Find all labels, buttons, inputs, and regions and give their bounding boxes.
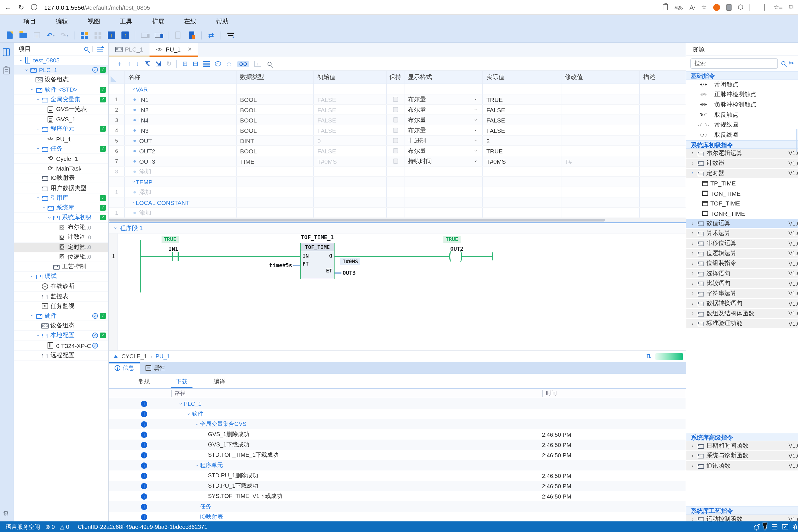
group-chevron-icon[interactable] [131, 87, 136, 92]
download-to-device-icon[interactable]: ↓ [107, 31, 116, 39]
display-format[interactable]: 十进制 [408, 136, 426, 145]
coil-left-paren[interactable] [449, 251, 454, 262]
var-table-row[interactable]: LOCAL CONSTANT [109, 197, 686, 208]
tree-item[interactable]: 硬件 [14, 311, 108, 321]
section-primary-library[interactable]: 系统库初级指令 [686, 140, 798, 149]
menu-item[interactable]: 工具 [110, 17, 142, 26]
log-row[interactable]: SYS.TOF_TIME_V1下载成功 2:46:50 PM [109, 491, 686, 501]
tree-item[interactable]: MainTask [14, 164, 108, 173]
chevron-down-icon[interactable] [24, 68, 29, 73]
library-item[interactable]: 数据转换语句 V1.0 [686, 299, 798, 308]
device-connect-icon[interactable] [154, 31, 163, 39]
retain-checkbox[interactable] [393, 97, 398, 102]
tree-item[interactable]: 调试 [14, 272, 108, 282]
retain-checkbox[interactable] [393, 117, 398, 122]
display-format[interactable]: 布尔量 [408, 106, 426, 114]
var-table-row[interactable]: 4 IN3 BOOL FALSE 布尔量 FALSE [109, 125, 686, 136]
search-icon[interactable] [267, 62, 271, 66]
library-item[interactable]: 位组装指令 V1.0 [686, 259, 798, 268]
log-chevron-icon[interactable] [186, 411, 191, 416]
tree-item[interactable]: 任务监视 [14, 301, 108, 311]
folder-chevron-icon[interactable] [690, 151, 695, 156]
tree-item[interactable]: 计数器 1.0 [14, 233, 108, 242]
format-dropdown-icon[interactable] [475, 117, 477, 122]
log-row[interactable]: STD.TOF_TIME_1下载成功 2:46:50 PM [109, 450, 686, 460]
tab-properties[interactable]: 属性 [140, 362, 171, 374]
pt-input-value[interactable]: time#5s [259, 262, 292, 268]
clear-filter-icon[interactable]: ✂ [789, 59, 794, 67]
library-item[interactable]: 算术运算 V1.0 [686, 229, 798, 238]
clipboard-icon[interactable] [663, 4, 668, 10]
display-format[interactable]: 布尔量 [408, 126, 426, 134]
group-chevron-icon[interactable] [131, 179, 136, 184]
var-table-row[interactable]: 8 添加 [109, 167, 686, 177]
folder-chevron-icon[interactable] [690, 453, 695, 458]
library-item[interactable]: 系统与诊断函数 V1.0 [686, 451, 798, 460]
ladder-canvas[interactable]: 1 TRUE IN1 TOF_TIME_1 TOF_TIME IN Q PT E… [109, 233, 686, 350]
folder-chevron-icon[interactable] [690, 261, 695, 266]
move-down-icon[interactable]: ↓ [136, 61, 139, 67]
instruction-item[interactable]: ⊣P⊢ 正脉冲检测触点 [686, 90, 798, 100]
log-row[interactable]: 任务 [109, 501, 686, 512]
tree-item[interactable]: 设备组态 [14, 321, 108, 331]
search-icon[interactable] [781, 61, 785, 65]
folder-chevron-icon[interactable] [690, 463, 695, 468]
tab-actions-icon[interactable]: ⧉ [789, 3, 794, 11]
block-instance-name[interactable]: TOF_TIME_1 [294, 234, 340, 241]
rows-menu-icon[interactable] [203, 61, 210, 67]
library-item[interactable]: 日期和时间函数 V1.0 [686, 441, 798, 450]
menu-item[interactable]: 视图 [78, 17, 110, 26]
device-online-icon[interactable] [782, 524, 788, 529]
var-table-row[interactable]: 1 添加 [109, 208, 686, 218]
library-item[interactable]: TP_TIME [686, 178, 798, 188]
library-item[interactable]: 通讯函数 V1.0 [686, 461, 798, 470]
h-scrollbar[interactable] [109, 218, 686, 222]
et-output-variable[interactable]: OUT3 [343, 270, 356, 276]
subtab-general[interactable]: 常规 [125, 374, 163, 388]
folder-chevron-icon[interactable] [690, 516, 695, 521]
coil-right-paren[interactable] [457, 251, 462, 262]
log-chevron-icon[interactable] [194, 463, 199, 468]
back-arrow-icon[interactable]: ← [4, 4, 12, 11]
contact-bar-left[interactable] [172, 252, 173, 261]
export-icon[interactable]: ⇲ [155, 60, 161, 67]
instruction-item[interactable]: -( )- 常规线圈 [686, 120, 798, 130]
folder-chevron-icon[interactable] [690, 291, 695, 296]
tree-item[interactable]: Cycle_1 [14, 154, 108, 164]
var-table-row[interactable]: 3 IN4 BOOL FALSE 布尔量 FALSE [109, 115, 686, 125]
tree-item[interactable]: 系统库 [14, 203, 108, 213]
tree-item[interactable]: 任务 [14, 144, 108, 154]
chevron-down-icon[interactable] [36, 127, 40, 132]
tree-item[interactable]: GVS_1 [14, 114, 108, 124]
swap-icon[interactable]: ⇅ [646, 353, 651, 360]
library-item[interactable]: 比较语句 V1.0 [686, 279, 798, 288]
library-item[interactable]: TONR_TIME [686, 209, 798, 218]
read-aloud-icon[interactable]: A⁾ [689, 4, 695, 11]
library-item[interactable]: 字符串运算 V1.0 [686, 289, 798, 298]
clipboard-icon[interactable] [3, 67, 10, 74]
display-format[interactable]: 布尔量 [408, 147, 426, 155]
tree-item[interactable]: 0 T324-XP-C... [14, 341, 108, 350]
tree-item[interactable]: 系统库初级指令 [14, 213, 108, 223]
library-item[interactable]: 数值运算 V1.0 [686, 218, 798, 228]
network-title[interactable]: 程序段 1 [120, 224, 143, 232]
section-craft-library[interactable]: 系统库工艺指令 [686, 506, 798, 515]
device-card-active-icon[interactable] [187, 31, 196, 39]
breadcrumb-task[interactable]: CYCLE_1 [122, 353, 147, 359]
notifications-bell-icon[interactable] [754, 525, 759, 529]
tree-item[interactable]: 用户数据类型 [14, 184, 108, 193]
menu-item[interactable]: 编辑 [46, 17, 78, 26]
var-table-row[interactable]: 1 IN1 BOOL FALSE 布尔量 TRUE [109, 94, 686, 105]
address-bar[interactable]: 127.0.0.1:5556/#default:/mch/test_0805 [44, 4, 150, 11]
breadcrumb-unit[interactable]: PU_1 [156, 353, 170, 359]
instruction-item[interactable]: -(/)- 取反线圈 [686, 130, 798, 140]
menu-item[interactable]: 帮助 [206, 17, 238, 26]
log-chevron-icon[interactable] [178, 401, 183, 406]
folder-chevron-icon[interactable] [690, 271, 695, 276]
log-chevron-icon[interactable] [194, 421, 199, 427]
library-item[interactable]: TOF_TIME [686, 198, 798, 208]
format-dropdown-icon[interactable] [475, 158, 477, 164]
extension-orange-icon[interactable] [713, 4, 720, 11]
sort-download-icon[interactable] [226, 31, 235, 39]
var-table-row[interactable]: VAR [109, 84, 686, 94]
